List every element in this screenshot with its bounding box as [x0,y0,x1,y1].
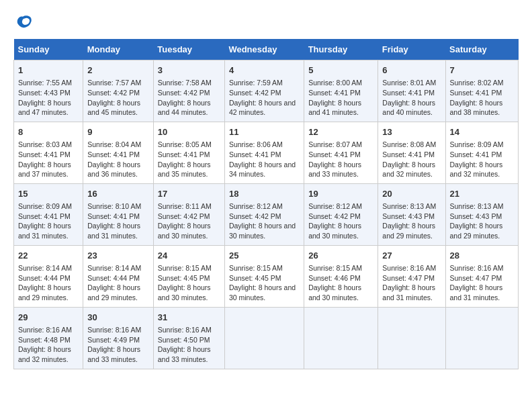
sunset-info: Sunset: 4:42 PM [229,89,281,97]
sunrise-info: Sunrise: 7:55 AM [18,79,72,87]
sunset-info: Sunset: 4:49 PM [87,336,140,344]
sunset-info: Sunset: 4:45 PM [229,274,281,282]
day-number: 5 [308,64,373,77]
sunset-info: Sunset: 4:44 PM [18,274,71,282]
day-number: 29 [18,312,79,324]
sunrise-info: Sunrise: 8:03 AM [18,140,72,148]
calendar-cell [224,307,304,369]
daylight-info: Daylight: 8 hours and 30 minutes. [308,222,361,240]
calendar-cell: 12 Sunrise: 8:07 AM Sunset: 4:41 PM Dayl… [304,122,378,183]
calendar-cell: 8 Sunrise: 8:03 AM Sunset: 4:41 PM Dayli… [14,122,83,183]
sunset-info: Sunset: 4:47 PM [382,274,435,282]
calendar-cell: 7 Sunrise: 8:02 AM Sunset: 4:41 PM Dayli… [445,60,519,122]
day-number: 17 [158,188,220,200]
daylight-info: Daylight: 8 hours and 41 minutes. [308,99,361,117]
sunset-info: Sunset: 4:45 PM [158,274,210,282]
day-number: 13 [382,126,441,138]
daylight-info: Daylight: 8 hours and 40 minutes. [382,99,435,117]
day-number: 26 [308,250,373,262]
week-row-2: 8 Sunrise: 8:03 AM Sunset: 4:41 PM Dayli… [14,122,519,183]
sunrise-info: Sunrise: 8:15 AM [158,264,212,272]
day-number: 30 [87,312,149,324]
calendar-cell: 20 Sunrise: 8:13 AM Sunset: 4:43 PM Dayl… [378,183,445,245]
sunrise-info: Sunrise: 8:12 AM [308,202,362,210]
sunset-info: Sunset: 4:41 PM [87,150,140,158]
daylight-info: Daylight: 8 hours and 29 minutes. [87,283,140,302]
daylight-info: Daylight: 8 hours and 38 minutes. [450,99,503,117]
sunrise-info: Sunrise: 8:15 AM [308,264,362,272]
sunset-info: Sunset: 4:41 PM [18,150,71,158]
calendar-cell: 6 Sunrise: 8:01 AM Sunset: 4:41 PM Dayli… [378,60,445,122]
day-number: 11 [229,126,300,138]
day-number: 2 [87,64,149,77]
day-number: 12 [308,126,373,138]
day-number: 8 [18,126,79,138]
day-number: 21 [450,188,515,200]
calendar-cell: 1 Sunrise: 7:55 AM Sunset: 4:43 PM Dayli… [14,60,83,122]
daylight-info: Daylight: 8 hours and 32 minutes. [18,345,71,363]
sunset-info: Sunset: 4:43 PM [18,89,71,97]
sunrise-info: Sunrise: 8:08 AM [382,140,436,148]
sunrise-info: Sunrise: 8:16 AM [382,264,436,272]
day-number: 27 [382,250,441,262]
calendar-cell: 10 Sunrise: 8:05 AM Sunset: 4:41 PM Dayl… [153,122,224,183]
day-number: 23 [87,250,149,262]
calendar-cell: 19 Sunrise: 8:12 AM Sunset: 4:42 PM Dayl… [304,183,378,245]
sunrise-info: Sunrise: 8:15 AM [229,264,283,272]
sunset-info: Sunset: 4:41 PM [87,212,140,220]
sunrise-info: Sunrise: 8:14 AM [18,264,72,272]
daylight-info: Daylight: 8 hours and 31 minutes. [18,222,71,240]
sunrise-info: Sunrise: 8:13 AM [450,202,504,210]
day-number: 22 [18,250,79,262]
calendar-cell: 31 Sunrise: 8:16 AM Sunset: 4:50 PM Dayl… [153,307,224,369]
sunset-info: Sunset: 4:43 PM [382,212,435,220]
calendar-cell: 22 Sunrise: 8:14 AM Sunset: 4:44 PM Dayl… [14,245,83,307]
header-wednesday: Wednesday [224,39,304,60]
header-friday: Friday [378,39,445,60]
day-number: 16 [87,188,149,200]
sunset-info: Sunset: 4:41 PM [382,89,435,97]
calendar-cell: 23 Sunrise: 8:14 AM Sunset: 4:44 PM Dayl… [83,245,154,307]
week-row-1: 1 Sunrise: 7:55 AM Sunset: 4:43 PM Dayli… [14,60,519,122]
daylight-info: Daylight: 8 hours and 33 minutes. [308,161,361,179]
calendar-cell: 15 Sunrise: 8:09 AM Sunset: 4:41 PM Dayl… [14,183,83,245]
day-number: 31 [158,312,220,324]
daylight-info: Daylight: 8 hours and 45 minutes. [87,99,140,117]
sunrise-info: Sunrise: 8:10 AM [87,202,141,210]
sunset-info: Sunset: 4:42 PM [229,212,281,220]
page-header [13,13,519,32]
calendar-cell: 4 Sunrise: 7:59 AM Sunset: 4:42 PM Dayli… [224,60,304,122]
header-thursday: Thursday [304,39,378,60]
calendar-cell: 11 Sunrise: 8:06 AM Sunset: 4:41 PM Dayl… [224,122,304,183]
calendar-cell: 28 Sunrise: 8:16 AM Sunset: 4:47 PM Dayl… [445,245,519,307]
daylight-info: Daylight: 8 hours and 30 minutes. [158,222,211,240]
sunset-info: Sunset: 4:42 PM [308,212,361,220]
sunrise-info: Sunrise: 8:01 AM [382,79,436,87]
calendar-table: SundayMondayTuesdayWednesdayThursdayFrid… [13,39,519,369]
calendar-cell: 27 Sunrise: 8:16 AM Sunset: 4:47 PM Dayl… [378,245,445,307]
sunset-info: Sunset: 4:44 PM [87,274,140,282]
calendar-cell: 26 Sunrise: 8:15 AM Sunset: 4:46 PM Dayl… [304,245,378,307]
sunrise-info: Sunrise: 8:05 AM [158,140,212,148]
header-sunday: Sunday [14,39,83,60]
sunrise-info: Sunrise: 8:13 AM [382,202,436,210]
daylight-info: Daylight: 8 hours and 35 minutes. [158,161,211,179]
sunset-info: Sunset: 4:41 PM [450,150,502,158]
daylight-info: Daylight: 8 hours and 36 minutes. [87,161,140,179]
sunset-info: Sunset: 4:42 PM [158,212,210,220]
sunset-info: Sunset: 4:41 PM [18,212,71,220]
sunrise-info: Sunrise: 8:16 AM [158,326,212,334]
daylight-info: Daylight: 8 hours and 30 minutes. [308,283,361,302]
logo [13,13,35,32]
calendar-cell [445,307,519,369]
daylight-info: Daylight: 8 hours and 32 minutes. [450,161,503,179]
sunset-info: Sunset: 4:50 PM [158,336,210,344]
calendar-cell: 2 Sunrise: 7:57 AM Sunset: 4:42 PM Dayli… [83,60,154,122]
daylight-info: Daylight: 8 hours and 32 minutes. [382,161,435,179]
sunset-info: Sunset: 4:41 PM [308,89,361,97]
day-number: 15 [18,188,79,200]
sunset-info: Sunset: 4:41 PM [382,150,435,158]
day-number: 10 [158,126,220,138]
sunset-info: Sunset: 4:42 PM [158,89,210,97]
week-row-3: 15 Sunrise: 8:09 AM Sunset: 4:41 PM Dayl… [14,183,519,245]
